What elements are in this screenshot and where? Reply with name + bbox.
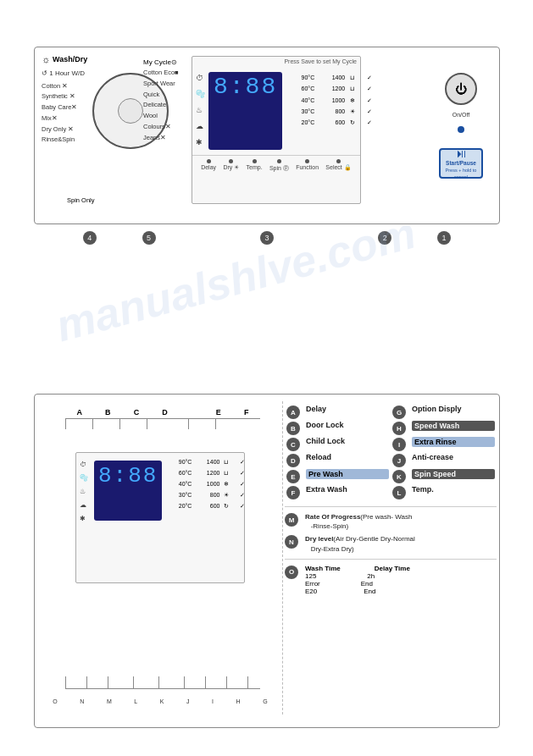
prog-dryonly: Dry Only ✕ <box>42 124 85 135</box>
badge-j: J <box>392 454 406 467</box>
prog-jeans: Jeans✕ <box>143 133 179 144</box>
ctrl-delay[interactable]: Delay <box>201 159 216 173</box>
bp-label-row-bottom: O N M L K J I H G <box>42 698 279 704</box>
ctrl-temp[interactable]: Temp. <box>247 159 263 173</box>
bullet-3: 3 <box>260 231 274 245</box>
bullet-5: 5 <box>142 231 156 245</box>
lbl-h: H <box>236 698 241 704</box>
legend-item-a: A Delay <box>286 405 389 419</box>
bp-table-row: 40°C 1000 ❄ ✓ <box>168 479 248 490</box>
badge-a: A <box>286 406 300 419</box>
legend-item-o: O Wash Time Delay Time 125 2h Error End … <box>285 563 497 597</box>
wash-time-header: Wash Time <box>305 565 341 572</box>
badge-c: C <box>286 438 300 451</box>
watermark-text: manualshlve.com <box>51 207 421 352</box>
table-row: 30°C 800 ☀ ✓ <box>289 106 375 117</box>
badge-f: F <box>286 486 300 499</box>
ctrl-spin[interactable]: Spin ⓟ <box>269 159 289 173</box>
prog-cotton-eco: Cotton Eco■ <box>143 68 179 79</box>
top-panel: ☼ Wash/Dry ↺ 1 Hour W/D Cotton ✕ Synthet… <box>34 47 500 224</box>
table-row: 20°C 600 ↻ ✓ <box>289 117 375 128</box>
badge-i: I <box>392 438 406 451</box>
label-child-lock: Child Lock <box>306 437 389 445</box>
startpause-button[interactable]: ⏯ Start/PausePress + hold to cancel <box>439 148 483 179</box>
ctrl-dry[interactable]: Dry ☀ <box>223 159 239 173</box>
prog-cotton: Cotton ✕ <box>42 81 85 92</box>
label-rate-of-progress: Rate Of Progress(Pre wash- Wash -Rinse-S… <box>305 512 412 531</box>
ctrl-select[interactable]: Select 🔒 <box>325 159 351 173</box>
wash-time-table: Wash Time Delay Time 125 2h Error End E2… <box>305 565 410 595</box>
prog-delicate: Delicate <box>143 100 179 111</box>
bullet-4: 4 <box>83 231 97 245</box>
badge-k: K <box>392 470 406 483</box>
badge-d: D <box>286 454 300 467</box>
legend-item-k: K Spin Speed <box>392 469 495 483</box>
bp-table-row: 60°C 1200 ⊔ ✓ <box>168 468 248 479</box>
legend-item-b: B Door Lock <box>286 421 389 435</box>
letter-b: B <box>105 408 111 417</box>
prog-synthetic: Synthetic ✕ <box>42 91 85 102</box>
table-row: 40°C 1000 ❄ ✓ <box>289 95 375 106</box>
wash-dry-label: Wash/Dry <box>53 55 87 63</box>
label-spin-speed: Spin Speed <box>412 469 495 479</box>
label-dry-level: Dry level(Air Dry-Gentle Dry-Normal Dry-… <box>305 534 415 553</box>
label-pre-wash: Pre Wash <box>306 469 389 479</box>
badge-l: L <box>392 486 406 499</box>
programs-left: ↺ 1 Hour W/D Cotton ✕ Synthetic ✕ Baby C… <box>42 68 85 146</box>
bottom-right: A Delay G Option Disply B Door Lock H Sp… <box>285 401 497 719</box>
controls-bar: Delay Dry ☀ Temp. Spin ⓟ Function Select… <box>192 155 360 174</box>
divider-2 <box>285 559 497 560</box>
power-icon: ⏻ <box>455 82 467 96</box>
bp-table: 90°C 1400 ⊔ ✓ 60°C 1200 ⊔ ✓ 40°C 1000 <box>168 457 248 526</box>
e20-end: End <box>364 588 375 595</box>
indicator-dot <box>458 126 464 133</box>
badge-b: B <box>286 422 300 435</box>
label-temp: Temp. <box>412 485 495 494</box>
onoff-button[interactable]: ⏻ <box>445 73 477 105</box>
prog-rinsespin: Rinse&Spin <box>42 135 85 146</box>
letter-labels-top: A B C D E F <box>65 408 260 417</box>
bp-seg-display: 8:88 <box>94 461 162 521</box>
legend-item-f: F Extra Wash <box>286 485 389 499</box>
legend-item-i: I Extra Rinse <box>392 437 495 451</box>
table-row: 60°C 1200 ⊔ ✓ <box>289 83 375 94</box>
label-extra-wash: Extra Wash <box>306 485 389 494</box>
lbl-l: L <box>134 698 137 704</box>
label-reload: Reload <box>306 453 389 461</box>
letter-a: A <box>77 408 83 417</box>
display-header: Press Save to set My Cycle <box>192 57 360 66</box>
letter-c: C <box>134 408 140 417</box>
letter-e: E <box>216 408 221 417</box>
legend-item-n: N Dry level(Air Dry-Gentle Dry-Normal Dr… <box>285 533 497 555</box>
bp-icons-col: ⏱🫧♨☁✱ <box>80 458 88 526</box>
my-cycle-label: My Cycle⊙ <box>143 58 177 66</box>
wash-dry-icon: ☼ <box>42 54 50 64</box>
lbl-j: J <box>186 698 190 704</box>
lbl-k: K <box>160 698 164 704</box>
lbl-g: G <box>263 698 267 704</box>
startpause-label: Start/PausePress + hold to cancel <box>441 160 481 179</box>
bottom-panel: A B C D E F ⏱🫧♨☁✱ 8:88 <box>34 394 500 728</box>
legend-item-m: M Rate Of Progress(Pre wash- Wash -Rinse… <box>285 510 497 533</box>
legend-item-l: L Temp. <box>392 485 495 499</box>
bp-table-row: 90°C 1400 ⊔ ✓ <box>168 457 248 468</box>
bottom-left: A B C D E F ⏱🫧♨☁✱ 8:88 <box>42 401 283 715</box>
lbl-i: I <box>212 698 214 704</box>
legend-item-j: J Anti-crease <box>392 453 495 467</box>
divider <box>285 506 497 507</box>
ctrl-function[interactable]: Function <box>296 159 319 173</box>
badge-m: M <box>285 513 298 527</box>
seg-display: 8:88 <box>208 72 282 150</box>
lbl-n: N <box>80 698 84 704</box>
spin-only-label: Spin Only <box>67 196 95 204</box>
label-delay: Delay <box>306 405 389 413</box>
label-anti-crease: Anti-crease <box>412 453 495 461</box>
prog-colours: Colours✕ <box>143 122 179 133</box>
prog-sportwear: Sport Wear <box>143 79 179 90</box>
label-door-lock: Door Lock <box>306 421 389 429</box>
lbl-m: M <box>107 698 112 704</box>
top-right-buttons: ⏻ On/Off ⏯ Start/PausePress + hold to ca… <box>427 56 495 212</box>
label-option-display: Option Disply <box>412 405 495 413</box>
legend-item-e: E Pre Wash <box>286 469 389 483</box>
top-display: Press Save to set My Cycle ⏱🫧♨☁✱ 8:88 90… <box>192 56 361 204</box>
